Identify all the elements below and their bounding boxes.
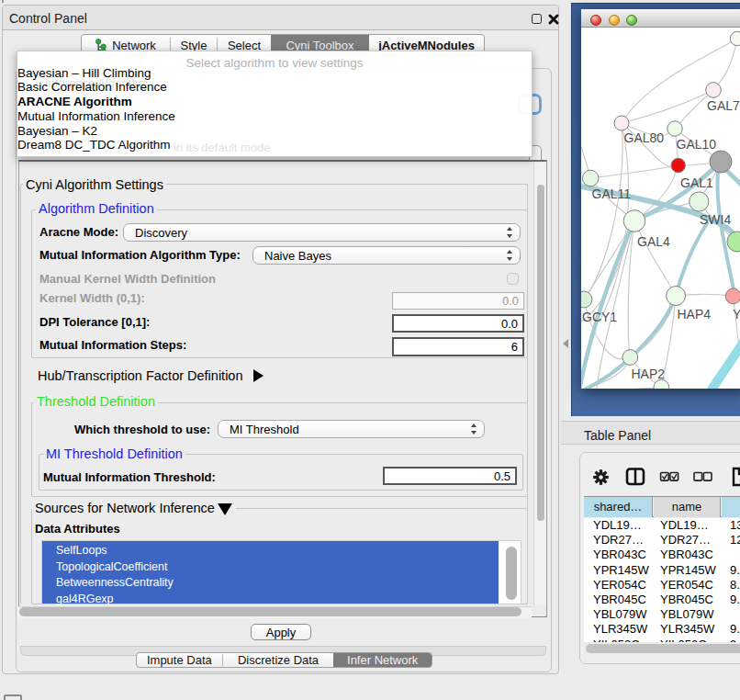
svg-text:GAL80: GAL80 [624, 130, 665, 145]
svg-text:GCY1: GCY1 [582, 310, 617, 324]
svg-text:HAP4: HAP4 [678, 307, 712, 322]
svg-text:GAL1: GAL1 [680, 175, 713, 190]
svg-text:SWI4: SWI4 [700, 212, 731, 227]
svg-text:Y: Y [733, 307, 740, 322]
svg-text:HAP2: HAP2 [632, 367, 666, 381]
svg-text:GAL7: GAL7 [707, 98, 740, 113]
svg-text:GAL4: GAL4 [637, 234, 670, 249]
svg-text:GAL11: GAL11 [592, 186, 632, 201]
svg-text:GAL10: GAL10 [677, 137, 717, 152]
